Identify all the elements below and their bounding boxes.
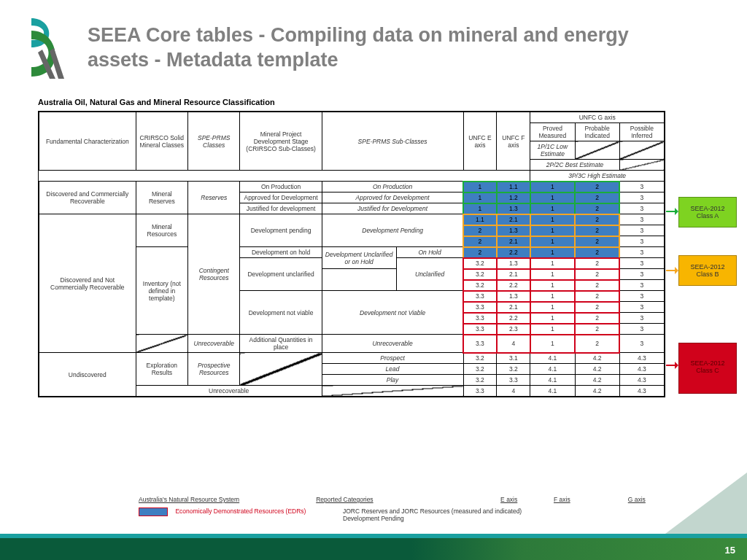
oecd-logo-icon [20, 15, 71, 80]
cell: 1 [530, 280, 575, 291]
hdr-g3: Possible Inferred [619, 123, 664, 141]
grp-inventory: Inventory (not defined in template) [136, 247, 187, 335]
cell: 4.3 [619, 386, 664, 397]
legend-edr: Economically Demonstrated Resources (EDR… [175, 508, 314, 515]
cell: 1 [530, 236, 575, 247]
cell: 3.2 [463, 353, 497, 364]
cell: 3.2 [463, 375, 497, 386]
cell: 2 [575, 258, 619, 269]
cell: 2.2 [497, 280, 530, 291]
page-number: 15 [725, 545, 735, 556]
cell: 4.2 [575, 386, 619, 397]
stage-onprod: On Production [240, 182, 322, 192]
cell: 2 [575, 291, 619, 302]
stage-hold: Development on hold [240, 247, 322, 258]
footer-bar [0, 538, 747, 560]
cell: 3.2 [463, 269, 497, 280]
hdr-est2: 2P/2C Best Estimate [530, 160, 619, 171]
cell: 4.3 [619, 375, 664, 386]
hdr-e: UNFC E axis [463, 112, 497, 171]
cell: 1.3 [497, 203, 530, 214]
hdr-g: UNFC G axis [530, 112, 665, 123]
cell: 1 [530, 214, 575, 225]
cell: 2 [575, 247, 619, 258]
cell: 2.2 [497, 247, 530, 258]
hdr-f: UNFC F axis [497, 112, 530, 171]
cell: 4.2 [575, 353, 619, 364]
annot-class-c: SEEA-2012 Class C [678, 343, 737, 394]
hdr-fundamental: Fundamental Characterization [39, 112, 136, 171]
sub-justified: Justified for Development [322, 203, 463, 214]
stage-addqty: Additional Quantities in place [240, 335, 322, 353]
diag-cell [619, 160, 664, 171]
cell: 1 [530, 291, 575, 302]
hdr-sub: SPE-PRMS Sub-Classes [322, 112, 463, 171]
cell: 3 [619, 258, 664, 269]
cell: 2.1 [497, 214, 530, 225]
hdr-crirsco: CRIRSCO Solid Mineral Classes [136, 112, 187, 171]
cell: 1.1 [497, 182, 530, 192]
diag-cell [322, 386, 463, 397]
cell: 2 [575, 236, 619, 247]
cell: 4 [497, 335, 530, 353]
cell: 4.2 [575, 375, 619, 386]
sub-notviable: Development not Viable [322, 291, 463, 335]
legend-jorc: JORC Reserves and JORC Resources (measur… [343, 508, 525, 522]
cell: 2.1 [497, 269, 530, 280]
legend: Australia's Natural Resource System Repo… [139, 496, 674, 522]
cell: 4.1 [530, 364, 575, 375]
legend-rep: Reported Categories [316, 496, 471, 503]
arrow-green-icon [666, 211, 678, 212]
cell: 2 [463, 236, 497, 247]
stage-justified: Justified for development [240, 203, 322, 214]
cell: 3.2 [497, 364, 530, 375]
cell: 3 [619, 280, 664, 291]
cell: 2 [575, 313, 619, 324]
grp-disc-not: Discovered and Not Commercially Recovera… [39, 214, 136, 353]
annot-class-b: SEEA-2012 Class B [678, 255, 737, 286]
cell: 1.1 [463, 214, 497, 225]
cell: 3.3 [463, 335, 497, 353]
cell: 2.1 [497, 236, 530, 247]
cell: 3.1 [497, 353, 530, 364]
cell: 3.3 [463, 302, 497, 313]
cell: 4.3 [619, 353, 664, 364]
cell: 2.2 [497, 313, 530, 324]
cell: 3 [619, 214, 664, 225]
cell: 3 [619, 236, 664, 247]
cell: 1.3 [497, 258, 530, 269]
cell: 4.2 [575, 364, 619, 375]
cell: 3 [619, 291, 664, 302]
sub-devunc: Development Unclarified or on Hold [322, 247, 396, 269]
grp-reserves: Reserves [188, 182, 240, 214]
cell: 3 [619, 302, 664, 313]
cell: 4.1 [530, 375, 575, 386]
cell: 2 [575, 335, 619, 353]
cell: 2 [575, 324, 619, 335]
stage-unclarified: Development unclarified [240, 258, 322, 291]
cell: 3 [619, 203, 664, 214]
grp-disc-comm: Discovered and Commercially Recoverable [39, 182, 136, 214]
arrow-red-icon [666, 365, 678, 366]
page-title: SEEA Core tables - Compiling data on min… [88, 23, 689, 73]
cell: 1 [530, 313, 575, 324]
cell: 1.3 [497, 291, 530, 302]
grp-contingent: Contingent Resources [188, 214, 240, 335]
cell: 1 [530, 182, 575, 192]
cell: 2 [575, 214, 619, 225]
cell: 4.3 [619, 364, 664, 375]
cell: 1 [463, 203, 497, 214]
legend-f: F axis [546, 496, 578, 503]
cell: 3.3 [463, 324, 497, 335]
sub-onhold: On Hold [396, 247, 463, 258]
hdr-g1: Proved Measured [530, 123, 575, 141]
cell: 1 [530, 324, 575, 335]
cell: 2 [575, 269, 619, 280]
cell: 3.2 [463, 258, 497, 269]
diag-cell [575, 141, 619, 160]
sub-lead: Lead [322, 364, 463, 375]
legend-nrs: Australia's Natural Resource System [139, 496, 294, 503]
cell: 4.1 [530, 353, 575, 364]
cell: 1 [530, 203, 575, 214]
grp-unrec2: Unrecoverable [136, 386, 322, 397]
